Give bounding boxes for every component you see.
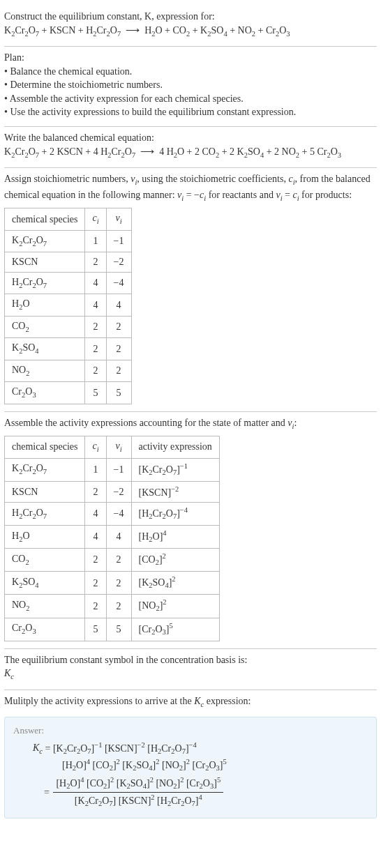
answer-box: Answer: Kc = [K2Cr2O7]−1 [KSCN]−2 [H2Cr2… — [4, 717, 377, 818]
table-row: K2Cr2O7 1 −1 [K2Cr2O7]−1 — [5, 458, 220, 481]
cell-ci: 2 — [85, 338, 106, 360]
col-vi: νi — [106, 436, 131, 458]
table-header-row: chemical species ci νi activity expressi… — [5, 436, 220, 458]
cell-ci: 1 — [85, 230, 106, 252]
cell-vi: −1 — [106, 458, 131, 481]
cell-ci: 2 — [85, 360, 106, 381]
cell-species: H2Cr2O7 — [5, 502, 85, 525]
section-assemble: Assemble the activity expressions accoun… — [4, 412, 377, 649]
fraction-numerator: [H2O]4 [CO2]2 [K2SO4]2 [NO2]2 [Cr2O3]5 — [53, 775, 223, 793]
table-row: CO2 2 2 [CO2]2 — [5, 549, 220, 572]
intro-line: Construct the equilibrium constant, K, e… — [4, 10, 377, 24]
cell-ci: 4 — [85, 502, 106, 525]
table-row: NO2 2 2 — [5, 360, 132, 381]
cell-ci: 2 — [85, 316, 106, 337]
answer-label: Answer: — [13, 724, 368, 737]
cell-ci: 2 — [85, 595, 106, 618]
col-species: chemical species — [5, 208, 85, 230]
table-row: H2Cr2O7 4 −4 — [5, 272, 132, 294]
cell-vi: −1 — [106, 230, 131, 252]
page: Construct the equilibrium constant, K, e… — [0, 0, 381, 832]
cell-species: K2Cr2O7 — [5, 230, 85, 252]
cell-activity: [CO2]2 — [131, 549, 219, 572]
cell-ci: 1 — [85, 458, 106, 481]
table-row: KSCN 2 −2 [KSCN]−2 — [5, 481, 220, 502]
cell-activity: [NO2]2 — [131, 595, 219, 618]
plan-heading: Plan: — [4, 51, 377, 65]
table-row: H2O 4 4 [H2O]4 — [5, 526, 220, 549]
section-assign: Assign stoichiometric numbers, νi, using… — [4, 168, 377, 411]
cell-ci: 5 — [85, 618, 106, 641]
cell-ci: 5 — [85, 382, 106, 404]
cell-vi: 2 — [106, 316, 131, 337]
cell-species: CO2 — [5, 549, 85, 572]
table-row: H2Cr2O7 4 −4 [H2Cr2O7]−4 — [5, 502, 220, 525]
answer-fraction-line: = [H2O]4 [CO2]2 [K2SO4]2 [NO2]2 [Cr2O3]5… — [33, 775, 368, 809]
balanced-equation: K2Cr2O7 + 2 KSCN + 4 H2Cr2O7 ⟶ 4 H2O + 2… — [4, 145, 377, 160]
plan-item: • Balance the chemical equation. — [4, 65, 377, 79]
cell-species: KSCN — [5, 481, 85, 502]
table-row: CO2 2 2 — [5, 316, 132, 337]
table-row: K2SO4 2 2 — [5, 338, 132, 360]
section-symbol: The equilibrium constant symbol in the c… — [4, 649, 377, 690]
cell-species: NO2 — [5, 360, 85, 381]
cell-vi: 2 — [106, 572, 131, 595]
section-plan: Plan: • Balance the chemical equation. •… — [4, 47, 377, 127]
cell-ci: 2 — [85, 549, 106, 572]
table-row: H2O 4 4 — [5, 294, 132, 316]
fraction-denominator: [K2Cr2O7] [KSCN]2 [H2Cr2O7]4 — [53, 793, 223, 809]
table-row: K2SO4 2 2 [K2SO4]2 — [5, 572, 220, 595]
cell-species: K2SO4 — [5, 338, 85, 360]
stoich-table-body: K2Cr2O7 1 −1 KSCN 2 −2 H2Cr2O7 4 −4 H2O … — [5, 230, 132, 404]
cell-species: H2Cr2O7 — [5, 272, 85, 294]
answer-fraction: [H2O]4 [CO2]2 [K2SO4]2 [NO2]2 [Cr2O3]5 [… — [53, 775, 223, 809]
kc-symbol: Kc — [4, 667, 377, 682]
col-species: chemical species — [5, 436, 85, 458]
cell-activity: [K2Cr2O7]−1 — [131, 458, 219, 481]
table-row: KSCN 2 −2 — [5, 252, 132, 273]
cell-species: Cr2O3 — [5, 382, 85, 404]
answer-line2: [H2O]4 [CO2]2 [K2SO4]2 [NO2]2 [Cr2O3]5 — [62, 757, 368, 774]
cell-ci: 2 — [85, 481, 106, 502]
cell-vi: −2 — [106, 481, 131, 502]
col-ci: ci — [85, 436, 106, 458]
cell-ci: 4 — [85, 272, 106, 294]
cell-activity: [H2Cr2O7]−4 — [131, 502, 219, 525]
cell-ci: 2 — [85, 572, 106, 595]
plan-item-text: Assemble the activity expression for eac… — [10, 93, 244, 104]
cell-vi: 5 — [106, 618, 131, 641]
cell-species: Cr2O3 — [5, 618, 85, 641]
section-intro: Construct the equilibrium constant, K, e… — [4, 6, 377, 47]
answer-expression: Kc = [K2Cr2O7]−1 [KSCN]−2 [H2Cr2O7]−4 [H… — [33, 740, 368, 810]
cell-species: KSCN — [5, 252, 85, 273]
plan-item-text: Determine the stoichiometric numbers. — [10, 79, 163, 90]
cell-activity: [K2SO4]2 — [131, 572, 219, 595]
cell-vi: −4 — [106, 502, 131, 525]
symbol-line: The equilibrium constant symbol in the c… — [4, 653, 377, 667]
plan-item: • Use the activity expressions to build … — [4, 105, 377, 119]
cell-vi: 4 — [106, 526, 131, 549]
table-row: Cr2O3 5 5 — [5, 382, 132, 404]
assemble-text: Assemble the activity expressions accoun… — [4, 416, 377, 432]
balanced-heading: Write the balanced chemical equation: — [4, 131, 377, 145]
cell-vi: 5 — [106, 382, 131, 404]
stoich-table: chemical species ci νi K2Cr2O7 1 −1 KSCN… — [4, 208, 132, 404]
col-ci: ci — [85, 208, 106, 230]
intro-equation: K2Cr2O7 + KSCN + H2Cr2O7 ⟶ H2O + CO2 + K… — [4, 24, 377, 39]
cell-species: K2Cr2O7 — [5, 458, 85, 481]
plan-item: • Determine the stoichiometric numbers. — [4, 78, 377, 92]
cell-ci: 4 — [85, 294, 106, 316]
multiply-text: Mulitply the activity expressions to arr… — [4, 694, 377, 710]
cell-activity: [Cr2O3]5 — [131, 618, 219, 641]
cell-vi: 4 — [106, 294, 131, 316]
cell-activity: [H2O]4 — [131, 526, 219, 549]
plan-item: • Assemble the activity expression for e… — [4, 92, 377, 106]
section-multiply: Mulitply the activity expressions to arr… — [4, 690, 377, 711]
col-activity: activity expression — [131, 436, 219, 458]
cell-vi: −4 — [106, 272, 131, 294]
cell-species: H2O — [5, 294, 85, 316]
cell-species: K2SO4 — [5, 572, 85, 595]
activity-table: chemical species ci νi activity expressi… — [4, 436, 220, 641]
section-balanced: Write the balanced chemical equation: K2… — [4, 127, 377, 168]
cell-vi: 2 — [106, 595, 131, 618]
